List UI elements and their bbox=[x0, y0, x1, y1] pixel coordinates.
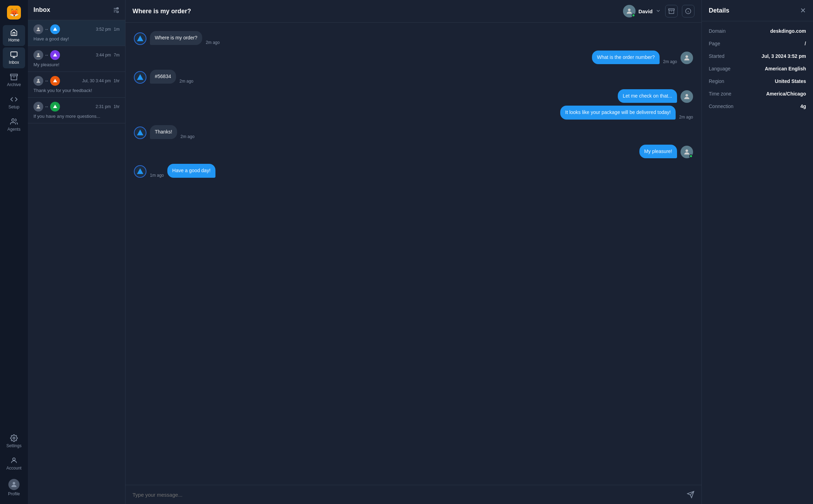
sidebar-item-agents-label: Agents bbox=[7, 127, 20, 132]
sidebar-item-profile[interactable]: Profile bbox=[3, 475, 25, 500]
agent-name: David bbox=[638, 8, 653, 14]
nav-rail: 🦊 Home Inbox Archive Setup bbox=[0, 0, 28, 504]
svg-rect-24 bbox=[669, 9, 675, 10]
detail-row-language: Language American English bbox=[709, 66, 806, 71]
svg-marker-22 bbox=[53, 105, 57, 108]
detail-row-domain: Domain deskdingo.com bbox=[709, 28, 806, 34]
message-bubble-7: My pleasure! bbox=[639, 145, 677, 159]
message-bubble-4: Let me check on that... bbox=[618, 89, 677, 103]
conv-preview-1: Have a good day! bbox=[33, 36, 120, 41]
chat-header: Where is my order? David bbox=[126, 0, 701, 23]
svg-marker-16 bbox=[53, 27, 57, 31]
message-input[interactable] bbox=[132, 492, 683, 498]
message-row-7: My pleasure! bbox=[134, 145, 693, 159]
close-details-button[interactable]: ✕ bbox=[800, 6, 806, 15]
conv-badge-3: 1hr bbox=[114, 78, 120, 83]
sidebar-item-account[interactable]: Account bbox=[3, 453, 25, 474]
message-group-user: Let me check on that... 2m ago It looks … bbox=[134, 89, 693, 120]
bot-avatar-3 bbox=[134, 71, 146, 84]
sidebar-item-setup[interactable]: Setup bbox=[3, 92, 25, 113]
app-logo[interactable]: 🦊 bbox=[6, 4, 22, 21]
agent-avatar-3 bbox=[33, 76, 43, 86]
svg-point-32 bbox=[685, 94, 688, 97]
detail-label-started: Started bbox=[709, 53, 724, 59]
message-time-6: 2m ago bbox=[181, 134, 195, 139]
agent-avatar-1 bbox=[33, 24, 43, 34]
detail-row-region: Region United States bbox=[709, 78, 806, 84]
conv-preview-3: Thank you for your feedback! bbox=[33, 88, 120, 93]
transfer-icon-2: ↔ bbox=[45, 53, 49, 58]
info-button[interactable] bbox=[682, 5, 694, 17]
agent-avatar-wrapper bbox=[623, 5, 636, 17]
sidebar-item-home-label: Home bbox=[8, 38, 20, 43]
conv-time-3: Jul, 30 3:44 pm bbox=[82, 78, 111, 83]
detail-value-timezone: America/Chicago bbox=[766, 91, 806, 97]
user-online-7 bbox=[689, 154, 693, 158]
detail-row-started: Started Jul, 3 2024 3:52 pm bbox=[709, 53, 806, 59]
sidebar-item-home[interactable]: Home bbox=[3, 25, 25, 46]
svg-marker-29 bbox=[137, 35, 143, 41]
conversation-item-4[interactable]: ↔ 2:31 pm 1hr If you have any more quest… bbox=[28, 98, 125, 123]
user-avatar-4 bbox=[681, 90, 693, 103]
svg-marker-18 bbox=[53, 53, 57, 56]
svg-point-34 bbox=[685, 150, 688, 152]
details-body: Domain deskdingo.com Page / Started Jul,… bbox=[702, 21, 813, 116]
message-row-2: 2m ago What is the order number? bbox=[134, 51, 693, 64]
conv-avatars-3: ↔ bbox=[33, 76, 60, 86]
svg-rect-2 bbox=[11, 52, 17, 56]
message-bubble-5: It looks like your package will be deliv… bbox=[560, 106, 676, 120]
conversation-item-2[interactable]: ↔ 3:44 pm 7m My pleasure! bbox=[28, 46, 125, 72]
user-avatar-wrapper-7 bbox=[681, 146, 693, 158]
agent-avatar-2 bbox=[33, 50, 43, 60]
message-row-3: #56834 2m ago bbox=[134, 70, 693, 84]
message-bubble-6: Thanks! bbox=[150, 125, 177, 139]
sidebar-item-settings[interactable]: Settings bbox=[3, 431, 25, 452]
agent-info: David bbox=[623, 5, 661, 17]
sidebar-item-agents[interactable]: Agents bbox=[3, 114, 25, 135]
detail-label-language: Language bbox=[709, 66, 730, 71]
inbox-title: Inbox bbox=[33, 6, 50, 14]
conv-avatars-1: ↔ bbox=[33, 24, 60, 34]
channel-avatar-4 bbox=[50, 102, 60, 112]
agent-dropdown-button[interactable] bbox=[655, 8, 661, 15]
svg-point-30 bbox=[685, 55, 688, 58]
send-button[interactable] bbox=[687, 491, 694, 498]
svg-marker-20 bbox=[53, 79, 57, 82]
sidebar-item-archive[interactable]: Archive bbox=[3, 70, 25, 91]
archive-button[interactable] bbox=[665, 5, 678, 17]
sidebar-item-account-label: Account bbox=[6, 466, 21, 471]
filter-button[interactable] bbox=[113, 7, 120, 14]
message-time-2: 2m ago bbox=[663, 59, 677, 64]
detail-value-page: / bbox=[805, 41, 806, 46]
sidebar-item-setup-label: Setup bbox=[8, 105, 19, 109]
sidebar-item-archive-label: Archive bbox=[7, 82, 21, 87]
detail-value-region: United States bbox=[775, 78, 806, 84]
sidebar-item-settings-label: Settings bbox=[6, 443, 21, 448]
detail-value-language: American English bbox=[765, 66, 806, 71]
svg-marker-31 bbox=[137, 74, 143, 80]
svg-point-9 bbox=[13, 482, 15, 484]
svg-rect-3 bbox=[10, 74, 17, 76]
conv-preview-2: My pleasure! bbox=[33, 62, 120, 67]
sidebar-item-inbox[interactable]: Inbox bbox=[3, 47, 25, 68]
message-time-3: 2m ago bbox=[180, 79, 193, 84]
message-bubble-3: #56834 bbox=[150, 70, 176, 84]
svg-marker-33 bbox=[137, 129, 143, 135]
svg-point-15 bbox=[37, 28, 39, 29]
channel-avatar-1 bbox=[50, 24, 60, 34]
detail-label-connection: Connection bbox=[709, 104, 734, 109]
svg-point-19 bbox=[37, 79, 39, 81]
detail-label-page: Page bbox=[709, 41, 720, 46]
agent-avatar-4 bbox=[33, 102, 43, 112]
svg-point-17 bbox=[37, 53, 39, 55]
message-row-8: 1m ago Have a good day! bbox=[134, 164, 693, 178]
transfer-icon-4: ↔ bbox=[45, 104, 49, 109]
conversation-item-3[interactable]: ↔ Jul, 30 3:44 pm 1hr Thank you for your… bbox=[28, 72, 125, 98]
svg-marker-35 bbox=[137, 168, 143, 174]
chat-title: Where is my order? bbox=[132, 8, 619, 15]
detail-label-domain: Domain bbox=[709, 28, 725, 34]
sidebar-item-profile-label: Profile bbox=[8, 491, 20, 496]
svg-point-8 bbox=[14, 460, 14, 461]
message-bubble-1: Where is my order? bbox=[150, 31, 202, 45]
conversation-item-1[interactable]: ↔ 3:52 pm 1m Have a good day! bbox=[28, 20, 125, 46]
